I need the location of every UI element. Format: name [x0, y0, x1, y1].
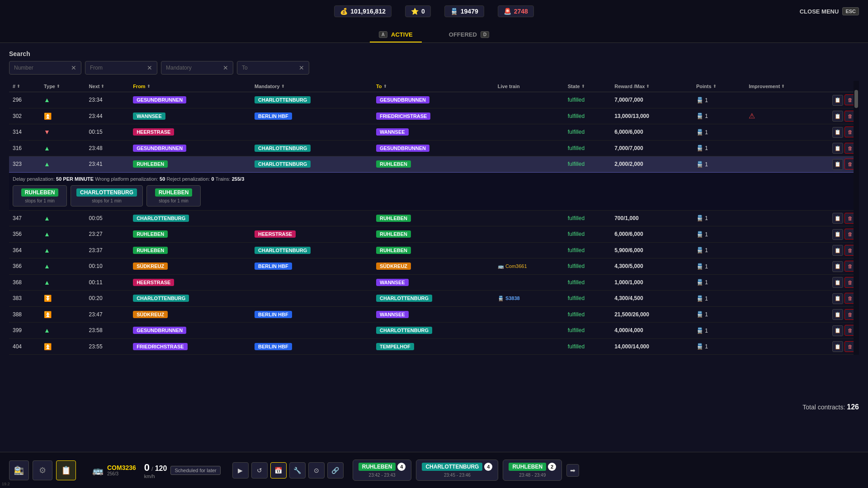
cell-to: CHARLOTTENBURG: [373, 323, 494, 339]
cell-improvement: [745, 140, 828, 156]
loop-btn[interactable]: ↺: [251, 462, 268, 479]
edit-button[interactable]: 📋: [832, 325, 843, 336]
cell-next: 23:34: [85, 92, 130, 108]
wrench-btn[interactable]: 🔧: [289, 462, 306, 479]
total-value: 126: [847, 403, 859, 411]
nav-contracts-btn[interactable]: 📋: [56, 460, 76, 480]
type-icon: ▲: [44, 327, 50, 334]
col-to[interactable]: To ⬆: [373, 81, 494, 92]
cell-reward: 7,000/7,000: [611, 140, 693, 156]
tab-active[interactable]: A ACTIVE: [370, 28, 422, 42]
to-clear[interactable]: ✕: [299, 64, 304, 71]
col-reward[interactable]: Reward/Max ⬆: [611, 81, 693, 92]
type-icon: ▲: [44, 263, 50, 270]
nav-gear-btn[interactable]: ⚙: [33, 460, 52, 480]
cell-reward: 700/1,000: [611, 210, 693, 226]
play-btn[interactable]: ▶: [232, 462, 249, 479]
cell-to: GESUNDBRUNNEN: [373, 140, 494, 156]
link-btn[interactable]: 🔗: [327, 462, 344, 479]
col-improvement[interactable]: Improvement ⬆: [745, 81, 828, 92]
train-sub: 256/3: [107, 471, 136, 476]
edit-button[interactable]: 📋: [832, 111, 843, 122]
edit-button[interactable]: 📋: [832, 95, 843, 106]
cell-state: fulfilled: [564, 323, 611, 339]
number-filter[interactable]: Number ✕: [9, 61, 81, 75]
type-icon: ▲: [44, 145, 50, 152]
cell-live: [494, 108, 564, 124]
schedule-btn[interactable]: 📅: [270, 462, 287, 479]
mandatory-filter[interactable]: Mandatory ✕: [161, 61, 233, 75]
table-row[interactable]: 356 ▲ 23:27 RUHLEBEN HEERSTRASE RUHLEBEN…: [9, 226, 859, 243]
cell-points: 🚆 1: [693, 323, 745, 339]
table-row[interactable]: 316 ▲ 23:48 GESUNDBRUNNEN CHARLOTTENBURG…: [9, 140, 859, 156]
table-row[interactable]: 399 ▲ 23:58 GESUNDBRUNNEN CHARLOTTENBURG…: [9, 323, 859, 339]
station-3-name: RUHLEBEN: [509, 463, 546, 471]
cell-mandatory: [251, 210, 373, 226]
nav-station-btn[interactable]: 🚉: [9, 460, 29, 480]
col-from[interactable]: From ⬆: [129, 81, 251, 92]
table-row[interactable]: 368 ▲ 00:11 HEERSTRASE WANNSEE fulfilled…: [9, 274, 859, 291]
mandatory-clear[interactable]: ✕: [223, 64, 228, 71]
station-stops: RUHLEBEN 4 23:42 - 23:43 CHARLOTTENBURG …: [348, 460, 584, 481]
target-btn[interactable]: ⊙: [308, 462, 325, 479]
train-name-group: COM3236 256/3: [107, 464, 136, 476]
table-row[interactable]: 347 ▲ 00:05 CHARLOTTENBURG RUHLEBEN fulf…: [9, 210, 859, 226]
next-station-btn[interactable]: ➡: [566, 464, 579, 477]
to-filter[interactable]: To ✕: [237, 61, 309, 75]
from-clear[interactable]: ✕: [147, 64, 152, 71]
col-mandatory[interactable]: Mandatory ⬆: [251, 81, 373, 92]
col-number[interactable]: # ⬆: [9, 81, 40, 92]
table-row[interactable]: 364 ▲ 23:37 RUHLEBEN CHARLOTTENBURG RUHL…: [9, 242, 859, 258]
alert-icon: 🚨: [504, 8, 511, 15]
close-menu-button[interactable]: CLOSE MENU ESC: [800, 7, 859, 15]
from-filter[interactable]: From ✕: [85, 61, 157, 75]
cell-id: 296: [9, 92, 40, 108]
table-row[interactable]: 323 ▲ 23:41 RUHLEBEN CHARLOTTENBURG RUHL…: [9, 156, 859, 173]
table-row[interactable]: 302 ⏫ 23:44 WANNSEE BERLIN HBF FRIEDRICH…: [9, 108, 859, 124]
tab-offered[interactable]: OFFERED D: [440, 28, 498, 42]
table-row[interactable]: 404 ⏫ 23:55 FRIEDRICHSTRASE BERLIN HBF T…: [9, 338, 859, 355]
station-1-count: 4: [397, 463, 406, 471]
cell-to: RUHLEBEN: [373, 226, 494, 243]
scroll-thumb[interactable]: [854, 90, 858, 108]
station-1-time: 23:42 - 23:43: [359, 473, 406, 478]
station-2: CHARLOTTENBURG 4 23:45 - 23:46: [416, 460, 498, 481]
cell-mandatory: CHARLOTTENBURG: [251, 242, 373, 258]
number-clear[interactable]: ✕: [71, 64, 76, 71]
cell-reward: 21,500/26,000: [611, 306, 693, 323]
table-row[interactable]: 366 ▲ 00:10 SÜDKREUZ BERLIN HBF SÜDKREUZ…: [9, 258, 859, 275]
cell-mandatory: CHARLOTTENBURG: [251, 140, 373, 156]
table-row[interactable]: 314 ▼ 00:15 HEERSTRASE WANNSEE fulfilled…: [9, 124, 859, 141]
table-row[interactable]: 296 ▲ 23:34 GESUNDBRUNNEN CHARLOTTENBURG…: [9, 92, 859, 108]
train-icon: 🚆: [450, 8, 458, 15]
table-row[interactable]: 383 ⏬ 00:20 CHARLOTTENBURG CHARLOTTENBUR…: [9, 291, 859, 307]
col-state[interactable]: State ⬆: [564, 81, 611, 92]
type-icon: ▲: [44, 215, 50, 222]
col-points[interactable]: Points ⬆: [693, 81, 745, 92]
table-row[interactable]: 388 ⏫ 23:47 SÜDKREUZ BERLIN HBF WANNSEE …: [9, 306, 859, 323]
train-type-icon: 🚌: [92, 465, 104, 476]
edit-button[interactable]: 📋: [832, 127, 843, 138]
edit-button[interactable]: 📋: [832, 213, 843, 224]
edit-button[interactable]: 📋: [832, 143, 843, 154]
edit-button[interactable]: 📋: [832, 341, 843, 352]
edit-button[interactable]: 📋: [832, 309, 843, 320]
edit-button[interactable]: 📋: [832, 229, 843, 240]
col-type[interactable]: Type ⬆: [40, 81, 85, 92]
edit-button[interactable]: 📋: [832, 293, 843, 304]
edit-button[interactable]: 📋: [832, 277, 843, 288]
cell-next: 00:05: [85, 210, 130, 226]
trains-stat: 🚆 19479: [444, 5, 484, 17]
cell-state: fulfilled: [564, 306, 611, 323]
cell-state: fulfilled: [564, 210, 611, 226]
cell-reward: 2,000/2,000: [611, 156, 693, 173]
scrollbar[interactable]: [854, 81, 859, 355]
edit-button[interactable]: 📋: [832, 245, 843, 256]
edit-button[interactable]: 📋: [832, 159, 843, 170]
col-next[interactable]: Next ⬆: [85, 81, 130, 92]
search-filters: Number ✕ From ✕ Mandatory ✕ To ✕: [9, 61, 859, 75]
from-placeholder: From: [90, 65, 103, 71]
cell-type: ⏫: [40, 306, 85, 323]
cell-improvement: [745, 226, 828, 243]
edit-button[interactable]: 📋: [832, 261, 843, 272]
